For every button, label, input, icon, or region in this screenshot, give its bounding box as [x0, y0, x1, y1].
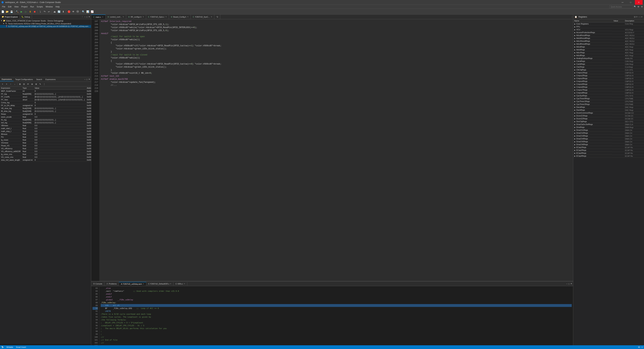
reg-panel-close[interactable]: ✕ — [641, 16, 643, 18]
code-line[interactable]: "color:#569cd6">if("color:#dcdcaa">GPIO_… — [101, 44, 572, 47]
register-row[interactable]: ▶ DmaCh4Regs DMA CH — [573, 137, 644, 140]
code-line[interactable]: "color:#569cd6">while(1) — [101, 56, 572, 60]
register-row[interactable]: ▶ CpuTimer0Regs CPUTIME — [573, 97, 644, 100]
expr-panel-max[interactable]: □ — [86, 78, 88, 81]
tab-overflow[interactable]: °2 — [214, 14, 220, 19]
collapse-all-btn[interactable]: ⊟ — [22, 82, 26, 86]
register-row[interactable]: ▶ Cmpss4Regs CMPSS R — [573, 80, 644, 83]
console-code-line[interactable]: BF _F28x_usDelay,GEQ ;; Loop if ACC >= 0 — [101, 307, 572, 310]
register-row[interactable]: ▶ Cmpss1Regs CMPSS R — [573, 71, 644, 74]
register-row[interactable]: ▶ Cmpss6Regs CMPSS R — [573, 86, 644, 88]
code-editor[interactable]: 1971981992002012022032042052062072082092… — [91, 19, 573, 281]
menu-window[interactable]: Window — [44, 5, 54, 8]
tab-board-config[interactable]: H Board_Config.h ✕ — [169, 14, 191, 19]
stop-btn[interactable]: ⏹ — [32, 10, 37, 14]
expr-table-row[interactable]: IB_slow_log float[2048] [0.0,0.0,0.0,0.0… — [0, 110, 91, 113]
register-row[interactable]: ▶ DcsmZ2Regs DCSM ZC — [573, 117, 644, 120]
bottom-panel-min[interactable]: − — [566, 282, 568, 285]
remove-expr-btn[interactable]: × — [5, 82, 8, 86]
register-row[interactable]: ▶ ClkCfgRegs CLK CFG — [573, 68, 644, 71]
register-row[interactable]: ▶ ECap1Regs ECAP Re — [573, 146, 644, 149]
save-btn[interactable]: 💾 — [10, 10, 14, 14]
editor-scroll-right[interactable]: › — [571, 16, 573, 18]
expr-table-row[interactable]: math_stop_t float 0.0 0x00009034@Data — [0, 130, 91, 133]
breakpoint-btn[interactable]: 🔴 — [67, 10, 71, 14]
bottom-panel-close[interactable]: ✕ — [570, 282, 572, 285]
expr-table-row[interactable]: Comp_log 0 0x0000F000@Data — [0, 101, 91, 104]
register-row[interactable]: ▶ DevCfgRegs DEV CFG — [573, 120, 644, 123]
expr-table-row[interactable]: VB_slow_log float[2048] [0.0,0.0,0.0,0.0… — [0, 107, 91, 110]
expr-table-row[interactable]: Nreps unsigned int 0 0x00009900E@Data — [0, 113, 91, 116]
debug-btn[interactable]: ▶ — [20, 10, 24, 14]
menu-file[interactable]: File — [1, 5, 6, 8]
menu-help[interactable]: Help — [54, 5, 61, 8]
console-code-line[interactable]: ; — [101, 330, 572, 333]
watch-btn[interactable]: 👁 — [71, 10, 75, 14]
register-row[interactable]: ▶ ECap2Regs ECAP Re — [573, 149, 644, 152]
register-row[interactable]: ▶ DcsmCommonRegs DCSM CO — [573, 112, 644, 114]
console-code-line[interactable]: .endif — [101, 296, 572, 298]
register-row[interactable]: ▶ Cmpss8Regs CMPSS R — [573, 92, 644, 94]
refresh-btn[interactable]: ⟳ — [26, 82, 30, 86]
code-line[interactable]: "color:#dcdcaa">GPIO_WritePin(GPIO_STS_L… — [101, 23, 572, 26]
panel-menu-icon[interactable]: ⋮ — [81, 15, 84, 18]
tab-target-configs[interactable]: Target Configurations — [14, 78, 34, 81]
expr-table-row[interactable]: wave_yscale float 0.0 0x00009576@Data — [0, 116, 91, 118]
close-tab-icon[interactable]: ✕ — [102, 16, 103, 18]
register-row[interactable]: ▶ AdccResultRegs ADC RESU — [573, 40, 644, 42]
menu-project[interactable]: Project — [20, 5, 29, 8]
code-line[interactable]: #ifdef Interlock_required — [101, 20, 572, 23]
expr-table-row[interactable]: VG_noise_rms float 0.0 0x00009050@Data — [0, 156, 91, 158]
register-row[interactable]: ▶ Cmpss7Regs CMPSS R — [573, 88, 644, 92]
panel-maximize-icon[interactable]: □ — [86, 16, 88, 18]
mem-btn[interactable]: Ⓜ — [76, 10, 80, 14]
close-tab-icon-3[interactable]: ✕ — [142, 16, 144, 18]
resume-btn[interactable]: ▷ — [24, 10, 28, 14]
new-btn[interactable]: 📄 — [1, 10, 5, 14]
reg-panel-max[interactable]: □ — [640, 16, 640, 18]
expr-table-row[interactable]: FF_Coeffs struct [B=[0.0,0.0,0.0,0.0,0.0… — [0, 96, 91, 98]
console-code-line[interactable]: ; — [101, 333, 572, 336]
register-row[interactable]: ▶ AdcdRegs ADC Regi — [573, 54, 644, 57]
code-line[interactable]: #endif — [101, 32, 572, 35]
register-row[interactable]: ▶ DmaClaSrcSelRegs DMA CLA — [573, 123, 644, 126]
console-code-line[interactable]: ; The macro DELAY_US(A) performs this ca… — [101, 327, 572, 330]
menu-run[interactable]: Run — [29, 5, 35, 8]
close-bottom-tab-2[interactable]: ✕ — [170, 283, 171, 285]
left-panel-hscroll[interactable] — [0, 343, 91, 345]
open-btn[interactable]: 📂 — [5, 10, 9, 14]
code-line[interactable]: "color:#569cd6">if("color:#dcdcaa">GPIO_… — [101, 62, 572, 66]
maximize-btn[interactable]: □ — [627, 0, 634, 5]
console-code-line[interactable]: .sect "ramfuncs" ;; Used with compilers … — [101, 290, 572, 292]
tab-default-isr[interactable]: C F2837xD_DefaultISR.c ✕ — [146, 282, 174, 286]
tree-item-target[interactable]: ▼ 🔌 Texas Instruments XDS2xx USB Debug P… — [0, 22, 91, 25]
menu-edit[interactable]: Edit — [6, 5, 13, 8]
expr-table-row[interactable]: Iref_log float[4096] [0.0,0.0,0.0,0.0,0.… — [0, 121, 91, 124]
code-line[interactable]: //wait for switch to be open — [101, 35, 572, 38]
load-btn[interactable]: ⬇ — [61, 10, 65, 14]
expr-table-row[interactable]: VGmean float 0.0 0x00009572@Data — [0, 142, 91, 144]
register-row[interactable]: ▶ CanaRegs CAN Regi — [573, 60, 644, 63]
zoom-in-btn[interactable]: 🔍 — [81, 10, 85, 14]
register-row[interactable]: ▶ DmaCh6Regs DMA CH — [573, 143, 644, 146]
close-bottom-tab[interactable]: ✕ — [143, 283, 144, 285]
move-down-btn[interactable]: ↓ — [13, 82, 16, 86]
quick-access-input[interactable] — [610, 5, 633, 8]
register-row[interactable]: ▶ ECap4Regs ECAP Re — [573, 154, 644, 158]
copy-btn[interactable]: ⊕ — [30, 82, 34, 86]
console-code-line[interactable]: SUB ACC,#1 — [101, 304, 572, 307]
close-tab-icon-5[interactable]: ✕ — [187, 16, 188, 18]
suspend-btn[interactable]: ⏸ — [28, 10, 32, 14]
register-row[interactable]: ▶ ECap3Regs ECAP Re — [573, 152, 644, 154]
register-row[interactable]: ▶ CpuSysRegs CPU SYS — [573, 94, 644, 97]
register-row[interactable]: ▶ CpuTimer1Regs CPUTIME — [573, 100, 644, 103]
tab-usdelay-asm[interactable]: A F2837xD_usDelay.asm ✕ — [119, 282, 146, 286]
expr-panel-min[interactable]: − — [84, 78, 86, 81]
register-row[interactable]: ▶ AccessProtectionRegs ACCESS F — [573, 31, 644, 34]
tab-problems[interactable]: ⚠ Problems — [104, 282, 119, 286]
register-row[interactable]: ▶ AnalogSubsysRegs ANALOG — [573, 57, 644, 60]
register-row[interactable]: ▶ AdcbResultRegs ADC RESU — [573, 37, 644, 40]
step-into-btn[interactable]: ⤵ — [38, 10, 42, 14]
register-row[interactable]: ▶ DmaCh5Regs DMA CH — [573, 140, 644, 143]
console-code-line[interactable]: ;the following formula: — [101, 318, 572, 321]
